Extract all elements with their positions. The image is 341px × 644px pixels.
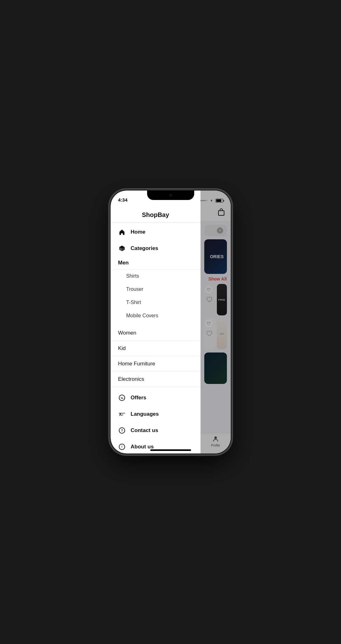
wifi-icon bbox=[209, 199, 214, 203]
home-indicator bbox=[150, 449, 191, 451]
svg-text:?: ? bbox=[121, 429, 123, 432]
tag-icon: % bbox=[118, 394, 126, 402]
languages-label: Languages bbox=[131, 411, 159, 417]
category-women[interactable]: Women bbox=[111, 325, 201, 341]
info-circle-icon: ! bbox=[118, 443, 126, 451]
overlay-dim[interactable] bbox=[201, 191, 231, 453]
notch bbox=[147, 191, 194, 200]
navigation-drawer: ShopBay Home bbox=[111, 191, 201, 453]
svg-text:A: A bbox=[122, 414, 124, 416]
drawer-item-home[interactable]: Home bbox=[111, 224, 201, 240]
category-electronics[interactable]: Electronics bbox=[111, 372, 201, 387]
question-circle-icon: ? bbox=[118, 427, 126, 434]
status-icons bbox=[201, 199, 223, 203]
drawer-item-languages[interactable]: A A Languages bbox=[111, 406, 201, 422]
offers-label: Offers bbox=[131, 395, 146, 401]
drawer-header: ShopBay bbox=[111, 206, 201, 223]
drawer-item-contact[interactable]: ? Contact us bbox=[111, 422, 201, 439]
translate-icon: A A bbox=[118, 410, 126, 418]
categories-label: Categories bbox=[131, 245, 158, 252]
category-home-furniture[interactable]: Home Furniture bbox=[111, 356, 201, 372]
contact-label: Contact us bbox=[131, 427, 158, 434]
home-label: Home bbox=[131, 229, 146, 235]
home-icon bbox=[118, 228, 126, 236]
svg-text:%: % bbox=[120, 397, 123, 400]
drawer-item-about[interactable]: ! About us bbox=[111, 439, 201, 453]
time-display: 4:34 bbox=[118, 197, 128, 203]
about-label: About us bbox=[131, 444, 154, 450]
category-tshirt[interactable]: T-Shirt bbox=[111, 296, 201, 309]
category-men-header[interactable]: Men bbox=[111, 257, 201, 269]
cube-icon bbox=[118, 245, 126, 252]
app-title: ShopBay bbox=[142, 211, 169, 218]
battery-icon bbox=[216, 199, 223, 203]
drawer-item-offers[interactable]: % Offers bbox=[111, 390, 201, 406]
drawer-item-categories[interactable]: Categories bbox=[111, 240, 201, 257]
svg-text:!: ! bbox=[121, 445, 122, 449]
category-trouser[interactable]: Trouser bbox=[111, 283, 201, 296]
category-kid[interactable]: Kid bbox=[111, 341, 201, 356]
signal-icon bbox=[201, 200, 207, 201]
category-mobile-covers[interactable]: Mobile Covers bbox=[111, 309, 201, 322]
category-shirts[interactable]: Shirts bbox=[111, 269, 201, 283]
